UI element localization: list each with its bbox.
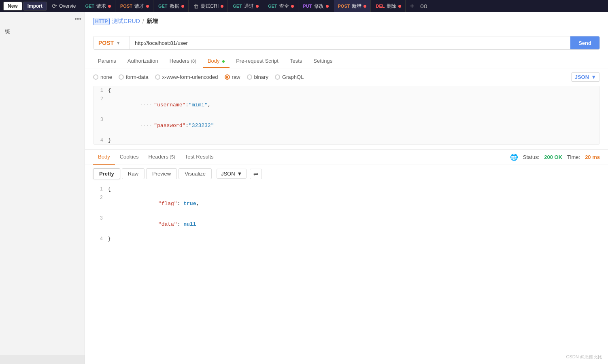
tab-del-remove[interactable]: DEL 删除 [372, 0, 406, 12]
radio-circle-urlencoded [155, 74, 160, 80]
res-content-1: { [108, 186, 600, 192]
breadcrumb: HTTP 测试CRUD / 新增 [85, 12, 608, 31]
tab-put-edit[interactable]: PUT 修改 [299, 0, 333, 12]
res-val-data: null [183, 221, 196, 227]
new-button[interactable]: New [3, 2, 22, 11]
line-num-2: 2 [94, 96, 108, 102]
sidebar-label: 统 [0, 26, 85, 37]
tab-body[interactable]: Body [203, 55, 230, 68]
status-label: Status: [523, 154, 539, 160]
tab-post-new[interactable]: POST 新增 [334, 0, 371, 12]
radio-graphql-label: GraphQL [282, 74, 304, 80]
tab-get-pass[interactable]: GET 通过 [229, 0, 263, 12]
tab-post-talent[interactable]: POST 请才 [116, 0, 153, 12]
sidebar-menu-button[interactable]: ••• [74, 15, 81, 23]
tab-prerequest[interactable]: Pre-request Script [231, 55, 283, 68]
radio-raw-label: raw [232, 74, 240, 80]
tab-tests[interactable]: Tests [285, 55, 307, 68]
response-body-tabs: Pretty Raw Preview Visualize JSON ▼ ⇌ [85, 165, 608, 182]
radio-circle-graphql [275, 74, 280, 80]
req-key-password: "password" [154, 123, 185, 129]
radio-none-label: none [100, 74, 112, 80]
top-bar: New Import ⟳ Overvie GET 请求 POST 请才 GET … [0, 0, 608, 12]
res-format-visualize[interactable]: Visualize [179, 168, 212, 179]
add-tab-button[interactable]: + [406, 2, 417, 11]
req-val-password: "323232" [189, 123, 214, 129]
res-tab-headers[interactable]: Headers (5) [144, 150, 180, 165]
radio-formdata-label: form-data [126, 74, 149, 80]
radio-binary-label: binary [254, 74, 268, 80]
line-num-3: 3 [94, 116, 108, 123]
tab-get-data[interactable]: GET 数据 [154, 0, 189, 12]
radio-circle-none [93, 74, 98, 80]
res-format-pretty[interactable]: Pretty [93, 168, 120, 179]
tab-headers[interactable]: Headers (8) [165, 55, 201, 68]
res-format-button[interactable]: ⇌ [250, 169, 262, 179]
sidebar-bottom [0, 356, 85, 364]
method-chevron-icon: ▼ [116, 41, 120, 45]
response-status: 🌐 Status: 200 OK Time: 20 ms [510, 153, 600, 161]
tab-settings[interactable]: Settings [308, 55, 337, 68]
res-format-preview[interactable]: Preview [146, 168, 177, 179]
res-json-dropdown[interactable]: JSON ▼ [217, 169, 247, 179]
radio-none[interactable]: none [93, 74, 112, 80]
main-layout: ••• 统 HTTP 测试CRUD / 新增 POST ▼ Send Param… [0, 12, 608, 364]
res-tab-cookies[interactable]: Cookies [115, 150, 144, 165]
res-line-num-1: 1 [93, 186, 108, 192]
req-line-3: 3 ····"password":"323232" [94, 115, 599, 136]
tab-test-crud[interactable]: 🗑 测试CRI [189, 0, 228, 12]
line-content-3: ····"password":"323232" [108, 116, 599, 135]
send-button[interactable]: Send [570, 36, 599, 49]
response-tabs-bar: Body Cookies Headers (5) Test Results 🌐 … [85, 150, 608, 165]
url-bar: POST ▼ Send [93, 36, 600, 50]
radio-graphql[interactable]: GraphQL [275, 74, 304, 80]
http-icon: HTTP [93, 18, 110, 25]
res-content-3: "data": null [108, 215, 600, 233]
res-val-flag: true [183, 201, 196, 207]
res-format-raw[interactable]: Raw [122, 168, 145, 179]
dots-2: ···· [140, 102, 152, 108]
tab-params[interactable]: Params [93, 55, 121, 68]
res-tab-test-results[interactable]: Test Results [180, 150, 219, 165]
tab-overview[interactable]: ⟳ Overvie [48, 0, 80, 12]
colon-3: : [185, 123, 189, 129]
method-selector[interactable]: POST ▼ [94, 36, 130, 49]
res-line-num-4: 4 [93, 236, 108, 242]
line-content-4: } [108, 137, 599, 143]
tab-authorization[interactable]: Authorization [123, 55, 163, 68]
sidebar-top: ••• [0, 12, 85, 26]
more-tabs-button[interactable]: oo [418, 2, 429, 10]
json-format-label: JSON [575, 74, 589, 80]
radio-formdata[interactable]: form-data [119, 74, 149, 80]
res-tab-body[interactable]: Body [93, 150, 115, 165]
req-key-username: "username" [154, 102, 185, 108]
radio-circle-formdata [119, 74, 124, 80]
colon-2: : [185, 102, 189, 108]
request-body-editor[interactable]: 1 { 2 ····"username":"mimi", 3 ····"pass… [93, 86, 600, 145]
tab-get-all[interactable]: GET 查全 [264, 0, 298, 12]
res-line-3: 3 "data": null [93, 214, 600, 235]
radio-urlencoded[interactable]: x-www-form-urlencoded [155, 74, 218, 80]
radio-binary[interactable]: binary [247, 74, 268, 80]
res-line-4: 4 } [93, 235, 600, 243]
tab-get-request[interactable]: GET 请求 [81, 0, 115, 12]
url-input[interactable] [130, 37, 570, 49]
watermark: CSDN @恶熊比比 [566, 354, 602, 360]
res-line-num-3: 3 [93, 215, 108, 221]
radio-urlencoded-label: x-www-form-urlencoded [162, 74, 218, 80]
breadcrumb-parent[interactable]: 测试CRUD [112, 18, 140, 25]
body-type-bar: none form-data x-www-form-urlencoded raw… [85, 68, 608, 86]
sidebar-content: 统 [0, 26, 85, 356]
req-line-4: 4 } [94, 136, 599, 144]
radio-raw[interactable]: raw [225, 74, 240, 80]
import-button[interactable]: Import [23, 2, 47, 11]
content-area: HTTP 测试CRUD / 新增 POST ▼ Send Params Auth… [85, 12, 608, 364]
res-json-chevron-icon: ▼ [237, 171, 242, 177]
res-format-icon: ⇌ [253, 171, 258, 177]
line-content-2: ····"username":"mimi", [108, 96, 599, 114]
response-code: 1 { 2 "flag": true, 3 "data": null [85, 182, 608, 245]
method-label: POST [98, 40, 114, 46]
radio-inner-raw [226, 76, 228, 78]
time-value: 20 ms [585, 154, 600, 160]
json-format-dropdown[interactable]: JSON ▼ [571, 72, 600, 82]
